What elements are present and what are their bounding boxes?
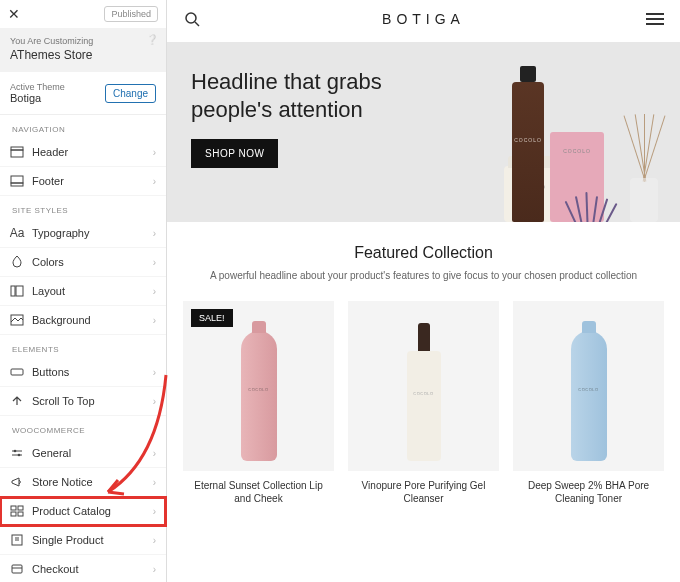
hero-section: Headline that grabs people's attention S… [167, 42, 680, 222]
customizer-sidebar: ✕ Published You Are Customizing AThemes … [0, 0, 167, 582]
background-icon [10, 313, 24, 327]
close-icon[interactable]: ✕ [8, 6, 20, 22]
chevron-right-icon: › [153, 176, 156, 187]
chevron-right-icon: › [153, 257, 156, 268]
header-icon [10, 145, 24, 159]
sidebar-item-general[interactable]: General › [0, 439, 166, 468]
sidebar-item-label: Typography [32, 227, 89, 239]
sidebar-item-typography[interactable]: AaTypography › [0, 219, 166, 248]
product-image: SALE! [183, 301, 334, 471]
colors-icon [10, 255, 24, 269]
product-card[interactable]: Deep Sweep 2% BHA Pore Cleaning Toner [513, 301, 664, 505]
sidebar-item-checkout[interactable]: Checkout › [0, 555, 166, 582]
featured-subtitle: A powerful headline about your product's… [183, 270, 664, 281]
svg-rect-4 [11, 286, 15, 296]
hero-diffuser [620, 112, 668, 222]
sidebar-top: ✕ Published [0, 0, 166, 28]
featured-title: Featured Collection [183, 244, 664, 262]
sidebar-item-buttons[interactable]: Buttons › [0, 358, 166, 387]
section-woocommerce: WOOCOMMERCE [0, 416, 166, 439]
chevron-right-icon: › [153, 228, 156, 239]
sidebar-item-scroll-top[interactable]: Scroll To Top › [0, 387, 166, 416]
layout-icon [10, 284, 24, 298]
sidebar-item-label: General [32, 447, 71, 459]
sidebar-item-single-product[interactable]: Single Product › [0, 526, 166, 555]
product-image [513, 301, 664, 471]
sidebar-item-background[interactable]: Background › [0, 306, 166, 335]
sidebar-header: You Are Customizing AThemes Store ❔ [0, 28, 166, 72]
product-thumb [571, 331, 607, 461]
buttons-icon [10, 365, 24, 379]
brand-logo: BOTIGA [382, 11, 465, 27]
published-status: Published [104, 6, 158, 22]
sidebar-item-footer[interactable]: Footer › [0, 167, 166, 196]
hero-lavender [566, 190, 626, 222]
sidebar-item-label: Scroll To Top [32, 395, 95, 407]
help-icon[interactable]: ❔ [146, 34, 158, 45]
sidebar-item-label: Checkout [32, 563, 78, 575]
sidebar-item-label: Colors [32, 256, 64, 268]
svg-point-18 [186, 13, 196, 23]
site-preview: BOTIGA Headline that grabs people's atte… [167, 0, 680, 582]
svg-point-8 [14, 450, 17, 453]
sidebar-item-label: Footer [32, 175, 64, 187]
sidebar-item-label: Product Catalog [32, 505, 111, 517]
svg-point-9 [18, 454, 21, 457]
search-icon[interactable] [183, 10, 201, 28]
product-card[interactable]: Vinopure Pore Purifying Gel Cleanser [348, 301, 499, 505]
product-card[interactable]: SALE! Eternal Sunset Collection Lip and … [183, 301, 334, 505]
active-theme-panel: Active Theme Botiga Change [0, 72, 166, 115]
product-image [348, 301, 499, 471]
sidebar-item-label: Header [32, 146, 68, 158]
svg-rect-1 [11, 150, 23, 157]
sale-badge: SALE! [191, 309, 233, 327]
sidebar-item-colors[interactable]: Colors › [0, 248, 166, 277]
featured-section: Featured Collection A powerful headline … [167, 222, 680, 291]
svg-rect-5 [16, 286, 23, 296]
general-icon [10, 446, 24, 460]
svg-rect-7 [11, 369, 23, 375]
sidebar-item-label: Background [32, 314, 91, 326]
sidebar-item-product-catalog[interactable]: Product Catalog › [0, 497, 166, 526]
product-grid: SALE! Eternal Sunset Collection Lip and … [167, 291, 680, 515]
chevron-right-icon: › [153, 396, 156, 407]
sidebar-item-label: Buttons [32, 366, 69, 378]
svg-rect-10 [11, 506, 16, 510]
chevron-right-icon: › [153, 564, 156, 575]
product-thumb [407, 351, 441, 461]
megaphone-icon [10, 475, 24, 489]
catalog-icon [10, 504, 24, 518]
product-title: Deep Sweep 2% BHA Pore Cleaning Toner [513, 471, 664, 505]
shop-now-button[interactable]: SHOP NOW [191, 139, 278, 168]
svg-rect-15 [12, 565, 22, 573]
change-theme-button[interactable]: Change [105, 84, 156, 103]
section-site-styles: SITE STYLES [0, 196, 166, 219]
product-title: Vinopure Pore Purifying Gel Cleanser [348, 471, 499, 505]
chevron-right-icon: › [153, 477, 156, 488]
product-title: Eternal Sunset Collection Lip and Cheek [183, 471, 334, 505]
chevron-right-icon: › [153, 286, 156, 297]
sidebar-item-store-notice[interactable]: Store Notice › [0, 468, 166, 497]
section-navigation: NAVIGATION [0, 115, 166, 138]
sidebar-item-label: Store Notice [32, 476, 93, 488]
sidebar-item-layout[interactable]: Layout › [0, 277, 166, 306]
section-elements: ELEMENTS [0, 335, 166, 358]
chevron-right-icon: › [153, 367, 156, 378]
active-theme-name: Botiga [10, 92, 65, 104]
hamburger-icon[interactable] [646, 13, 664, 25]
hero-headline: Headline that grabs people's attention [191, 68, 431, 123]
svg-rect-13 [18, 512, 23, 516]
scroll-top-icon [10, 394, 24, 408]
chevron-right-icon: › [153, 506, 156, 517]
chevron-right-icon: › [153, 535, 156, 546]
chevron-right-icon: › [153, 315, 156, 326]
chevron-right-icon: › [153, 448, 156, 459]
active-theme-label: Active Theme [10, 82, 65, 92]
product-thumb [241, 331, 277, 461]
customizing-label: You Are Customizing [10, 36, 156, 46]
site-name: AThemes Store [10, 48, 156, 62]
preview-header: BOTIGA [167, 0, 680, 42]
sidebar-item-header[interactable]: Header › [0, 138, 166, 167]
typography-icon: Aa [10, 226, 24, 240]
hero-product-bottle [512, 82, 544, 222]
